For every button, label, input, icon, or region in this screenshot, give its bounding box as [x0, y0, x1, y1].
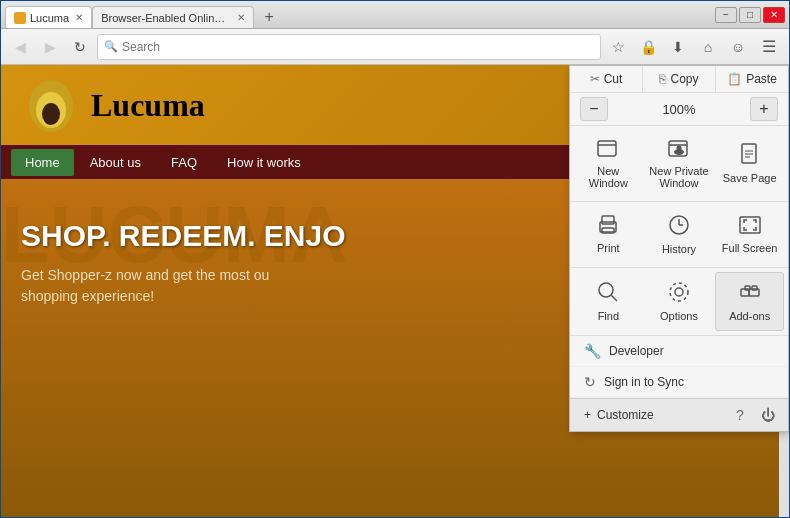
new-private-window-icon — [668, 138, 690, 161]
tab-lucuma[interactable]: Lucuma ✕ — [5, 6, 92, 28]
address-bar[interactable]: 🔍 — [97, 34, 601, 60]
tab-close-advert[interactable]: ✕ — [237, 12, 245, 23]
history-label: History — [662, 243, 696, 255]
nav-bar: ◀ ▶ ↻ 🔍 ☆ 🔒 ⬇ ⌂ ☺ ☰ — [1, 29, 789, 65]
svg-line-21 — [611, 295, 617, 301]
hamburger-menu-button[interactable]: ☰ — [755, 33, 783, 61]
search-input[interactable] — [122, 40, 594, 54]
tab-label-lucuma: Lucuma — [30, 12, 69, 24]
user-icon[interactable]: ☺ — [725, 34, 751, 60]
menu-bottom-bar: + Customize ? ⏻ — [570, 398, 788, 431]
refresh-button[interactable]: ↻ — [67, 34, 93, 60]
svg-point-2 — [42, 103, 60, 125]
zoom-in-button[interactable]: + — [750, 97, 778, 121]
cut-icon: ✂ — [590, 72, 600, 86]
toolbar-icons: ☆ 🔒 ⬇ ⌂ ☺ — [605, 34, 751, 60]
options-label: Options — [660, 310, 698, 322]
svg-point-20 — [599, 283, 613, 297]
maximize-button[interactable]: □ — [739, 7, 761, 23]
browser-window: Lucuma ✕ Browser-Enabled Online Advert..… — [0, 0, 790, 518]
window-controls: − □ ✕ — [715, 7, 785, 23]
svg-rect-27 — [752, 286, 757, 290]
svg-rect-15 — [602, 228, 614, 233]
new-window-button[interactable]: New Window — [574, 130, 643, 197]
home-icon[interactable]: ⌂ — [695, 34, 721, 60]
history-button[interactable]: History — [645, 206, 714, 263]
download-icon[interactable]: ⬇ — [665, 34, 691, 60]
history-icon — [668, 214, 690, 239]
forward-button[interactable]: ▶ — [37, 34, 63, 60]
svg-rect-14 — [602, 216, 614, 224]
menu-icons-row3: Find Options — [570, 268, 788, 336]
tab-favicon — [14, 12, 26, 24]
new-private-window-button[interactable]: New Private Window — [645, 130, 714, 197]
svg-point-22 — [675, 288, 683, 296]
add-ons-icon — [739, 281, 761, 306]
developer-item[interactable]: 🔧 Developer — [570, 336, 788, 367]
options-button[interactable]: Options — [645, 272, 714, 331]
developer-label: Developer — [609, 344, 664, 358]
tab-close-lucuma[interactable]: ✕ — [75, 12, 83, 23]
copy-icon: ⎘ — [659, 72, 666, 86]
tab-bar: Lucuma ✕ Browser-Enabled Online Advert..… — [5, 1, 715, 28]
sign-in-item[interactable]: ↻ Sign in to Sync — [570, 367, 788, 398]
browser-content: Lucuma Home About us FAQ How it works LU… — [1, 65, 789, 517]
new-tab-button[interactable]: + — [258, 6, 280, 28]
full-screen-icon — [739, 215, 761, 238]
print-label: Print — [597, 242, 620, 254]
find-button[interactable]: Find — [574, 272, 643, 331]
cut-label: Cut — [604, 72, 623, 86]
title-bar: Lucuma ✕ Browser-Enabled Online Advert..… — [1, 1, 789, 29]
copy-label: Copy — [670, 72, 698, 86]
shield-icon[interactable]: 🔒 — [635, 34, 661, 60]
close-button[interactable]: ✕ — [763, 7, 785, 23]
svg-rect-3 — [598, 141, 616, 156]
find-label: Find — [598, 310, 619, 322]
copy-button[interactable]: ⎘ Copy — [643, 66, 716, 92]
svg-rect-19 — [740, 217, 760, 233]
power-icon[interactable]: ⏻ — [756, 403, 780, 427]
svg-rect-26 — [745, 286, 750, 290]
help-icon[interactable]: ? — [728, 403, 752, 427]
zoom-out-button[interactable]: − — [580, 97, 608, 121]
print-icon — [597, 215, 619, 238]
new-window-icon — [597, 138, 619, 161]
tab-advert[interactable]: Browser-Enabled Online Advert... ✕ — [92, 6, 254, 28]
paste-label: Paste — [746, 72, 777, 86]
menu-bottom-right: ? ⏻ — [728, 403, 780, 427]
find-icon — [597, 281, 619, 306]
print-button[interactable]: Print — [574, 206, 643, 263]
logo-avocado — [21, 78, 81, 133]
cut-copy-paste-row: ✂ Cut ⎘ Copy 📋 Paste — [570, 66, 788, 93]
search-icon: 🔍 — [104, 40, 118, 53]
full-screen-button[interactable]: Full Screen — [715, 206, 784, 263]
dropdown-menu: ✂ Cut ⎘ Copy 📋 Paste − 100% + — [569, 65, 789, 432]
bookmark-icon[interactable]: ☆ — [605, 34, 631, 60]
svg-point-8 — [676, 146, 681, 151]
site-title: Lucuma — [91, 87, 205, 124]
back-button[interactable]: ◀ — [7, 34, 33, 60]
customize-label: Customize — [597, 408, 654, 422]
options-icon — [668, 281, 690, 306]
nav-about[interactable]: About us — [76, 149, 155, 176]
save-page-label: Save Page — [723, 172, 777, 184]
nav-home[interactable]: Home — [11, 149, 74, 176]
save-page-icon — [740, 143, 760, 168]
minimize-button[interactable]: − — [715, 7, 737, 23]
new-private-window-label: New Private Window — [649, 165, 710, 189]
zoom-value: 100% — [662, 102, 695, 117]
add-ons-label: Add-ons — [729, 310, 770, 322]
cut-button[interactable]: ✂ Cut — [570, 66, 643, 92]
customize-button[interactable]: + Customize — [578, 405, 660, 425]
sign-in-label: Sign in to Sync — [604, 375, 684, 389]
customize-icon: + — [584, 408, 591, 422]
paste-button[interactable]: 📋 Paste — [716, 66, 788, 92]
svg-point-23 — [670, 283, 688, 301]
full-screen-label: Full Screen — [722, 242, 778, 254]
nav-how[interactable]: How it works — [213, 149, 315, 176]
save-page-button[interactable]: Save Page — [715, 130, 784, 197]
tab-label-advert: Browser-Enabled Online Advert... — [101, 12, 231, 24]
sync-icon: ↻ — [584, 374, 596, 390]
add-ons-button[interactable]: Add-ons — [715, 272, 784, 331]
nav-faq[interactable]: FAQ — [157, 149, 211, 176]
